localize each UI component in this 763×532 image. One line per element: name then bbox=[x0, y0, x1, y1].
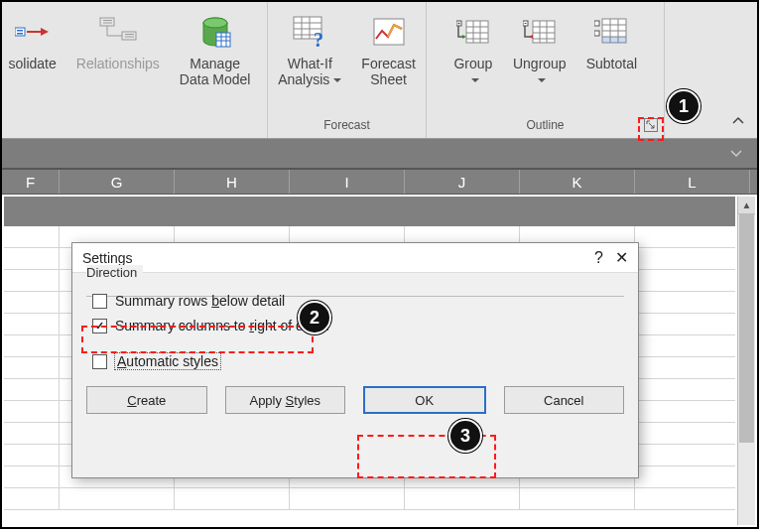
ribbon: solidate Relationsh bbox=[2, 2, 757, 139]
outline-group-label: Outline bbox=[526, 118, 564, 138]
group-icon bbox=[453, 12, 493, 52]
svg-rect-11 bbox=[216, 33, 230, 47]
column-headers: F G H I J K L bbox=[2, 169, 757, 195]
dialog-titlebar: Settings ? ✕ bbox=[72, 243, 638, 273]
col-header[interactable]: F bbox=[2, 170, 60, 194]
svg-rect-33 bbox=[533, 21, 555, 43]
svg-text:?: ? bbox=[314, 29, 323, 49]
checkbox-icon[interactable] bbox=[92, 294, 107, 309]
relationships-button[interactable]: Relationships bbox=[66, 10, 170, 73]
data-model-button[interactable]: Manage Data Model bbox=[170, 10, 261, 89]
data-model-label: Manage Data Model bbox=[180, 56, 251, 87]
forecast-sheet-label: Forecast Sheet bbox=[361, 56, 415, 87]
svg-rect-0 bbox=[15, 28, 25, 36]
svg-rect-6 bbox=[122, 32, 136, 40]
whatif-icon: ? bbox=[290, 12, 329, 52]
subtotal-icon bbox=[591, 12, 631, 52]
outline-dialog-launcher[interactable] bbox=[644, 118, 658, 132]
svg-rect-49 bbox=[594, 31, 599, 36]
col-header[interactable]: L bbox=[635, 170, 750, 194]
group-button[interactable]: Group bbox=[444, 10, 503, 89]
forecast-sheet-button[interactable]: Forecast Sheet bbox=[351, 10, 425, 89]
ungroup-label: Ungroup bbox=[513, 56, 567, 87]
svg-rect-24 bbox=[466, 21, 488, 43]
svg-rect-48 bbox=[594, 21, 599, 26]
svg-rect-23 bbox=[374, 19, 404, 45]
col-header[interactable]: I bbox=[290, 170, 405, 194]
consolidate-icon bbox=[13, 12, 53, 52]
col-header[interactable]: K bbox=[520, 170, 635, 194]
automatic-styles-checkbox-row[interactable]: Automatic styles bbox=[92, 353, 624, 369]
callout-number-3: 3 bbox=[448, 419, 482, 453]
ok-button[interactable]: OK bbox=[363, 386, 486, 414]
close-button[interactable]: ✕ bbox=[615, 248, 628, 267]
ribbon-group-outline: Group bbox=[427, 2, 665, 138]
scroll-up-button[interactable]: ▲ bbox=[738, 197, 755, 214]
ungroup-button[interactable]: Ungroup bbox=[503, 10, 576, 89]
help-button[interactable]: ? bbox=[594, 249, 603, 267]
relationships-icon bbox=[98, 12, 138, 52]
formula-bar-area bbox=[2, 139, 757, 169]
checkbox-label: Automatic styles bbox=[115, 353, 220, 369]
consolidate-button[interactable]: solidate bbox=[9, 10, 66, 73]
summary-cols-right-checkbox-row[interactable]: Summary columns to right of detail bbox=[92, 318, 624, 333]
col-header[interactable]: G bbox=[60, 170, 175, 194]
subtotal-label: Subtotal bbox=[586, 56, 637, 71]
dropdown-caret-icon bbox=[333, 78, 341, 82]
whatif-button[interactable]: ? What-If Analysis bbox=[268, 10, 351, 89]
svg-rect-1 bbox=[17, 30, 23, 32]
callout-number-2: 2 bbox=[298, 301, 331, 334]
dialog-title: Settings bbox=[82, 250, 133, 266]
col-header[interactable]: H bbox=[175, 170, 290, 194]
scrollbar-thumb[interactable] bbox=[739, 214, 754, 443]
expand-formula-bar-icon[interactable] bbox=[729, 146, 743, 163]
vertical-scrollbar[interactable]: ▲ bbox=[737, 197, 755, 525]
checkbox-icon[interactable] bbox=[92, 354, 107, 369]
apply-styles-button[interactable]: Apply Styles bbox=[225, 386, 346, 414]
group-label: Group bbox=[453, 56, 492, 87]
summary-rows-below-checkbox-row[interactable]: Summary rows below detail bbox=[92, 293, 624, 309]
cancel-button[interactable]: Cancel bbox=[504, 386, 625, 414]
checkbox-icon[interactable] bbox=[92, 319, 107, 333]
whatif-label: What-If Analysis bbox=[278, 56, 341, 87]
ribbon-group-forecast: ? What-If Analysis bbox=[268, 2, 427, 138]
consolidate-label: solidate bbox=[9, 56, 57, 71]
checkbox-label: Summary rows below detail bbox=[115, 293, 285, 309]
svg-point-10 bbox=[203, 18, 227, 28]
callout-number-1: 1 bbox=[667, 89, 700, 123]
svg-rect-3 bbox=[100, 18, 114, 26]
ribbon-group-datatools: solidate Relationsh bbox=[2, 2, 268, 138]
settings-dialog: Settings ? ✕ Direction Summary rows belo… bbox=[71, 242, 639, 478]
subtotal-button[interactable]: Subtotal bbox=[576, 10, 647, 73]
svg-rect-47 bbox=[602, 37, 626, 43]
ungroup-icon bbox=[520, 12, 560, 52]
col-header[interactable]: J bbox=[405, 170, 520, 194]
forecast-group-label: Forecast bbox=[323, 118, 370, 138]
svg-rect-2 bbox=[17, 33, 23, 35]
data-model-icon bbox=[195, 12, 235, 52]
forecast-sheet-icon bbox=[369, 12, 409, 52]
dropdown-caret-icon bbox=[538, 78, 546, 82]
direction-group-label: Direction bbox=[86, 265, 143, 280]
relationships-label: Relationships bbox=[76, 56, 160, 71]
collapse-ribbon-icon[interactable] bbox=[731, 114, 745, 128]
create-button[interactable]: Create bbox=[86, 386, 207, 414]
dropdown-caret-icon bbox=[471, 78, 479, 82]
